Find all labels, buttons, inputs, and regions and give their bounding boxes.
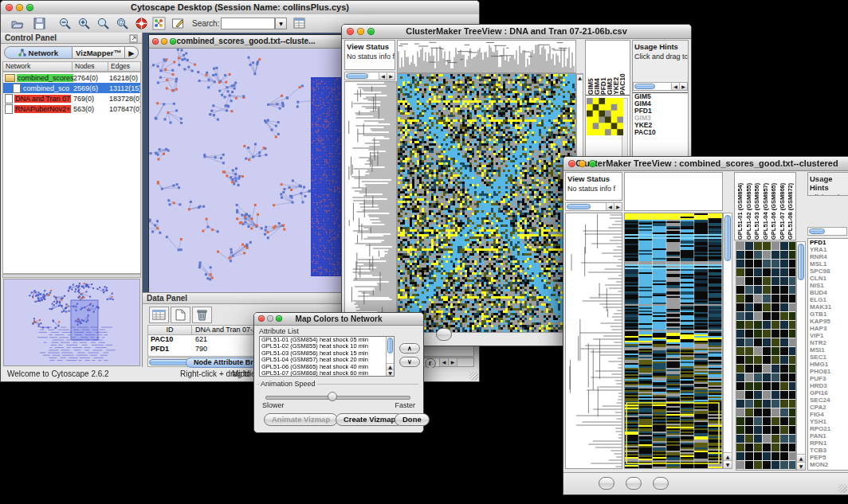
column-label[interactable]: YKE2 [612,41,618,95]
zoom-button[interactable] [170,38,176,45]
scroll-up-icon[interactable]: ▲ [724,452,732,460]
column-label[interactable]: GPL51-02 (GSM855) [745,173,754,240]
attribute-list-item[interactable]: GPL51-04 (GSM857) heat shock 20 min [260,357,394,363]
row-dendrogram-canvas[interactable] [565,213,622,469]
column-label[interactable]: GPL51-06 (GSM865) [770,173,779,240]
gene-label[interactable]: RPN1 [808,440,848,447]
col-nodes[interactable]: Nodes [73,61,108,72]
column-label[interactable]: GPL51-07 (GSM868) [779,173,787,240]
gene-label[interactable]: PHO81 [808,368,848,375]
gene-label[interactable]: CLN1 [808,275,848,282]
gene-label[interactable]: HRD3 [808,382,848,389]
zoom-selected-icon[interactable] [116,17,129,30]
close-button[interactable] [152,38,159,45]
gene-label[interactable]: RNR4 [808,253,848,260]
network-table-row[interactable]: DNA and Tran 07 769(0) 183728(0) [3,93,140,104]
scroll-up-icon[interactable]: ▲ [387,363,394,369]
column-label[interactable]: PFD1 [599,41,606,95]
move-down-button[interactable]: ∨ [399,357,420,367]
heatmap-canvas[interactable] [397,73,576,333]
gene-label[interactable]: PAN1 [808,432,848,440]
gene-label[interactable]: FIG4 [808,411,848,418]
treeview2-left-hscrollbar[interactable]: ◀ ▶ [565,202,622,211]
new-attribute-button[interactable] [171,307,190,323]
scrollbar-thumb[interactable] [809,229,825,234]
network-overview-canvas[interactable] [3,279,140,366]
network-graph-canvas[interactable] [149,49,343,293]
gene-label[interactable]: NTR2 [808,339,848,346]
attribute-list-item[interactable]: GPL51-01 (GSM854) heat shock 05 min [260,337,394,343]
gene-label[interactable]: SPC98 [808,268,848,275]
gene-label[interactable]: YSH1 [808,418,848,425]
attribute-list-item[interactable]: GPL51-06 (GSM865) heat shock 40 min [260,364,394,370]
scroll-down-icon[interactable]: ▼ [797,462,805,470]
gene-label[interactable]: BUD4 [808,289,848,296]
close-button[interactable] [568,160,575,167]
scroll-up-icon[interactable]: ▲ [577,74,583,80]
scroll-right-icon[interactable]: ▶ [679,83,687,90]
treeview1-titlebar[interactable]: ClusterMaker TreeView : DNA and Tran 07-… [342,25,691,39]
minimize-button[interactable] [267,315,273,322]
network-settings-icon[interactable] [152,17,166,30]
attribute-list-item[interactable]: GPL51-03 (GSM856) heat shock 15 min [260,350,394,357]
column-label[interactable]: GIM3 [606,41,612,95]
tab-overflow-button[interactable]: ▶ [125,46,139,59]
minimize-button[interactable] [357,28,364,35]
minimize-button[interactable] [16,4,23,11]
column-label[interactable]: GPL51-01 (GSM854) [736,173,745,240]
animation-speed-slider[interactable] [265,396,410,400]
scroll-left-icon[interactable]: ◀ [379,72,387,80]
gene-label[interactable]: GIM4 [633,100,688,107]
help-lifering-icon[interactable] [135,17,148,30]
gene-label[interactable]: ELG1 [808,296,848,303]
similarity-matrix-canvas[interactable] [587,98,623,135]
zoom-button[interactable] [26,4,33,11]
scrollbar-thumb[interactable] [724,215,731,261]
gene-label[interactable]: MSL1 [808,260,848,268]
gene-label[interactable]: SEC1 [808,354,848,361]
scroll-right-icon[interactable]: ▶ [614,203,622,210]
row-dendrogram-canvas[interactable] [344,81,397,333]
gene-label[interactable]: MAK31 [808,303,848,311]
attribute-list-item[interactable]: GPL51-02 (GSM855) heat shock 10 min [260,343,394,350]
scrollbar-thumb[interactable] [387,338,393,354]
gene-label[interactable]: CPA2 [808,404,848,411]
col-edges[interactable]: Edges [108,61,141,72]
gene-label[interactable]: KAP95 [808,318,848,325]
annotation-icon[interactable] [171,17,185,30]
scrollbar-thumb[interactable] [567,204,591,209]
col-id[interactable]: ID [148,326,192,335]
gene-label[interactable]: MSI1 [808,346,848,354]
create-vizmap-button[interactable]: Create Vizmap [336,413,403,426]
heatmap-canvas[interactable] [624,213,723,469]
usage-hscrollbar[interactable] [807,227,847,236]
animate-vizmap-button[interactable]: Animate Vizmap [264,413,338,426]
gene-label[interactable]: PFD1 [808,239,848,246]
scroll-left-icon[interactable]: ◀ [606,203,614,210]
zoom-button[interactable] [367,28,375,35]
scrollbar-thumb[interactable] [798,244,804,280]
import-table-icon[interactable] [292,17,306,30]
scrollbar-thumb[interactable] [346,73,368,79]
gene-label[interactable]: HAP3 [808,325,848,332]
slider-thumb[interactable] [328,392,337,401]
gene-label[interactable]: RPO21 [808,425,848,432]
col-network[interactable]: Network [2,61,73,72]
resize-grip[interactable] [838,484,847,493]
search-dropdown-button[interactable]: ▼ [275,18,287,29]
column-label[interactable]: GPL51-03 (GSM856) [753,173,762,240]
scroll-right-icon[interactable]: ▶ [387,72,395,80]
heatmap-vscrollbar[interactable]: ▲ ▼ [723,213,732,469]
gene-label[interactable]: PAC10 [633,129,688,136]
column-dendrogram-canvas[interactable] [397,40,576,73]
table-mode-button[interactable] [149,307,169,323]
scroll-left-icon[interactable]: ◀ [671,83,679,90]
gene-label[interactable]: VIP1 [808,332,848,339]
treeview-button[interactable] [653,477,669,490]
gene-label[interactable]: GPI16 [808,389,848,397]
close-button[interactable] [258,315,265,322]
column-label[interactable]: GPL51-04 (GSM857) [762,173,771,240]
scroll-left-icon[interactable]: ◀ [439,358,448,366]
main-titlebar[interactable]: Cytoscape Desktop (Session Name: collins… [1,1,479,15]
treeview-button[interactable] [599,477,614,490]
